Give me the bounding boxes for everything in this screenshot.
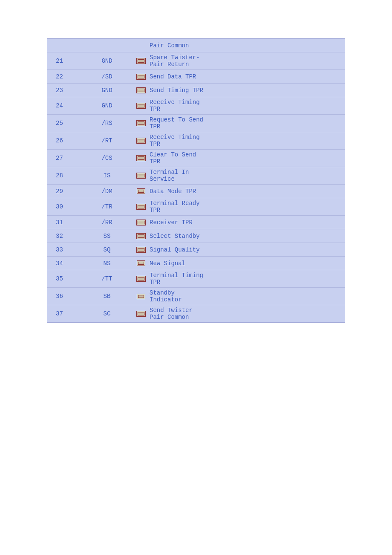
pin-icon [133,311,150,317]
table-row: Pair Common [47,39,345,52]
pin-abbreviation: /RR [81,219,133,226]
pin-icon [133,74,150,80]
pin-name: Signal Quality [150,246,345,253]
pin-name: Data Mode TPR [150,188,345,195]
pin-number: 37 [47,310,81,317]
pin-icon [133,294,150,299]
pin-number: 29 [47,188,81,195]
pin-name: Request To SendTPR [150,116,345,130]
pin-abbreviation: GND [81,102,133,109]
pin-number: 33 [47,246,81,253]
pin-name: Spare Twister-Pair Return [150,54,345,68]
pin-number: 22 [47,73,81,80]
pin-number: 28 [47,172,81,179]
pin-icon [133,173,150,179]
pin-name: Send Data TPR [150,73,345,80]
pin-abbreviation: /CS [81,155,133,162]
pin-abbreviation: SS [81,233,133,240]
pin-name: Clear To SendTPR [150,151,345,165]
pin-abbreviation: /DM [81,188,133,195]
pin-icon [133,87,150,93]
pin-name: Send Timing TPR [150,87,345,94]
pin-abbreviation: IS [81,172,133,179]
pin-abbreviation: SC [81,310,133,317]
table-row: 33SQSignal Quality [47,243,345,257]
pin-name: New Signal [150,260,345,267]
pin-name: Send TwisterPair Common [150,307,345,321]
pin-abbreviation: /TR [81,203,133,210]
pin-number: 27 [47,155,81,162]
pin-name: Terminal TimingTPR [150,272,345,286]
pin-number: 21 [47,58,81,64]
table-row: 24GNDReceive TimingTPR [47,97,345,115]
pin-icon [133,120,150,126]
table-row: 25/RSRequest To SendTPR [47,115,345,132]
pin-number: 26 [47,137,81,144]
pin-icon [133,260,150,266]
pin-abbreviation: /RS [81,120,133,127]
table-row: 26/RTReceive TimingTPR [47,132,345,150]
pin-name: Receiver TPR [150,219,345,226]
pin-icon [133,233,150,239]
pin-icon [133,276,150,282]
pin-number: 23 [47,87,81,94]
pin-number: 30 [47,203,81,210]
pin-name: Pair Common [150,42,345,49]
pin-table: Pair Common21GNDSpare Twister-Pair Retur… [47,38,345,323]
table-row: 21GNDSpare Twister-Pair Return [47,52,345,70]
pin-icon [133,220,150,225]
pin-name: StandbyIndicator [150,289,345,303]
pin-abbreviation: SB [81,293,133,300]
table-row: 36SBStandbyIndicator [47,288,345,305]
pin-icon [133,188,150,194]
table-row: 29/DMData Mode TPR [47,185,345,198]
pin-abbreviation: /SD [81,73,133,80]
pin-name: Select Standby [150,233,345,240]
pin-abbreviation: SQ [81,246,133,253]
table-row: 32SSSelect Standby [47,229,345,243]
table-row: 22/SDSend Data TPR [47,70,345,84]
pin-icon [133,155,150,161]
table-row: 35/TTTerminal TimingTPR [47,270,345,288]
pin-icon [133,247,150,253]
pin-number: 31 [47,219,81,226]
pin-abbreviation: /RT [81,137,133,144]
pin-number: 24 [47,102,81,109]
pin-number: 25 [47,120,81,127]
table-row: 31/RRReceiver TPR [47,216,345,229]
table-row: 28ISTerminal InService [47,167,345,185]
table-row: 27/CSClear To SendTPR [47,150,345,167]
pin-abbreviation: GND [81,87,133,94]
table-row: 34NSNew Signal [47,257,345,270]
pin-icon [133,138,150,144]
pin-icon [133,58,150,64]
pin-name: Terminal InService [150,169,345,182]
table-row: 37SCSend TwisterPair Common [47,305,345,322]
pin-number: 35 [47,275,81,282]
pin-name: Receive TimingTPR [150,99,345,113]
pin-name: Terminal ReadyTPR [150,200,345,214]
pin-number: 32 [47,233,81,240]
table-row: 30/TRTerminal ReadyTPR [47,198,345,216]
pin-icon [133,204,150,210]
pin-abbreviation: GND [81,58,133,64]
pin-name: Receive TimingTPR [150,134,345,147]
table-row: 23GNDSend Timing TPR [47,84,345,97]
pin-number: 36 [47,293,81,300]
pin-icon [133,103,150,109]
pin-number: 34 [47,260,81,267]
pin-abbreviation: NS [81,260,133,267]
pin-abbreviation: /TT [81,275,133,282]
